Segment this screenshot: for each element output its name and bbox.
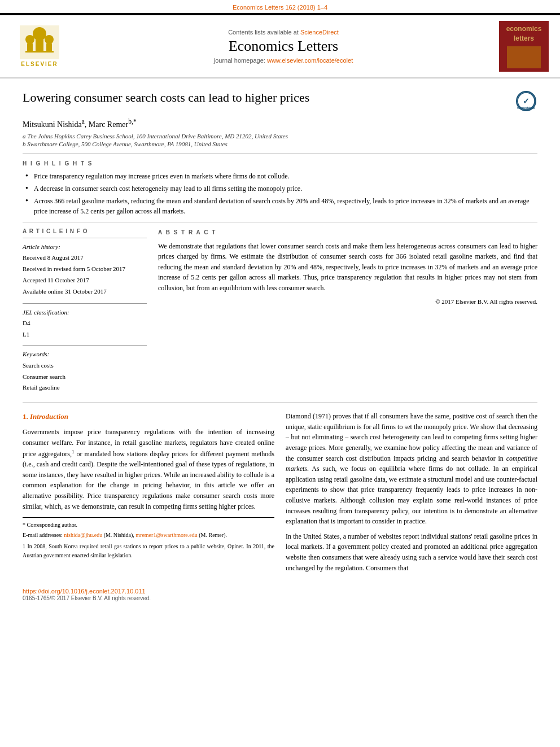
footer-bar: https://doi.org/10.1016/j.econlet.2017.1… [0,583,560,606]
elsevier-logo: ELSEVIER [11,25,68,67]
article-info-column: A R T I C L E I N F O Article history: R… [23,228,147,394]
affiliation-b: b Swarthmore College, 500 College Avenue… [23,141,537,147]
authors-line: Mitsukuni Nishidaa, Marc Remerb,* [23,118,537,129]
revised-date: Received in revised form 5 October 2017 [23,265,125,272]
intro-paragraph-1: Governments impose price transparency re… [23,427,274,512]
section-title: Introduction [30,412,68,421]
abstract-heading: A B S T R A C T [158,228,537,237]
abstract-column: A B S T R A C T We demonstrate that regu… [158,228,537,394]
main-content: Lowering consumer search costs can lead … [0,90,560,578]
section-heading-intro: 1. Introduction [23,411,274,422]
crossmark-badge[interactable]: ✓ CrossMark [515,90,537,112]
badge-image-placeholder [507,46,541,68]
corresponding-author-note: * Corresponding author. [23,521,274,530]
article-title: Lowering consumer search costs can lead … [23,90,509,106]
contents-line: Contents lists available at ScienceDirec… [73,29,493,36]
intro-paragraph-3: In the United States, a number of websit… [286,531,537,573]
keywords-section: Keywords: Search costs Consumer search R… [23,349,147,394]
elsevier-tree-icon [20,25,59,59]
svg-rect-2 [36,40,43,51]
email-remer-link[interactable]: mremer1@swarthmore.edu [135,532,199,538]
issn-line: 0165-1765/© 2017 Elsevier B.V. All right… [23,595,151,601]
journal-center-info: Contents lists available at ScienceDirec… [73,29,493,64]
footnote-ref-1: 1 [72,449,75,455]
keywords-label: Keywords: [23,351,49,357]
svg-point-1 [33,27,46,41]
jel-code-d4: D4 [23,320,30,326]
top-bar: Economics Letters 162 (2018) 1–4 [0,0,560,13]
journal-ref: Economics Letters 162 (2018) 1–4 [233,4,327,11]
body-section: 1. Introduction Governments impose price… [23,411,537,578]
received-date: Received 8 August 2017 [23,254,84,261]
elsevier-brand-name: ELSEVIER [21,61,58,67]
journal-header: ELSEVIER Contents lists available at Sci… [0,14,560,78]
svg-point-4 [45,35,54,44]
copyright-line: © 2017 Elsevier B.V. All rights reserved… [158,297,537,307]
abstract-text: We demonstrate that regulations that low… [158,241,537,294]
history-label: Article history: [23,243,60,250]
homepage-url[interactable]: www.elsevier.com/locate/ecolet [267,57,353,64]
footnote-1-text: 1 In 2008, South Korea required retail g… [23,542,274,560]
jel-code-l1: L1 [23,331,29,338]
keyword-2: Consumer search [23,373,65,380]
highlight-item-3: Across 366 retail gasoline markets, redu… [23,196,537,216]
author-b-sup: b,* [128,118,137,125]
svg-text:✓: ✓ [523,97,530,106]
highlights-heading: H I G H L I G H T S [23,160,537,167]
affiliation-a: a The Johns Hopkins Carey Business Schoo… [23,133,537,139]
jel-classification: JEL classification: D4 L1 [23,307,147,340]
journal-title: Economics Letters [73,38,493,55]
keyword-1: Search costs [23,362,54,369]
highlight-item-1: Price transparency regulation may increa… [23,171,537,181]
highlights-section: H I G H L I G H T S Price transparency r… [23,160,537,216]
article-info-abstract-section: A R T I C L E I N F O Article history: R… [23,228,537,394]
intro-paragraph-2: Diamond (1971) proves that if all consum… [286,411,537,527]
homepage-line: journal homepage: www.elsevier.com/locat… [73,57,493,64]
svg-rect-5 [27,43,33,52]
econ-letters-badge: economics letters [499,21,549,72]
email-line: E-mail addresses: nishida@jhu.edu (M. Ni… [23,531,274,540]
keyword-3: Retail gasoline [23,384,60,391]
svg-rect-7 [25,51,54,53]
author-a-sup: a [82,118,85,125]
crossmark-icon: ✓ CrossMark [516,91,536,111]
article-info-heading: A R T I C L E I N F O [23,228,147,234]
science-direct-link[interactable]: ScienceDirect [300,29,339,36]
article-title-section: Lowering consumer search costs can lead … [23,90,537,112]
body-left-column: 1. Introduction Governments impose price… [23,411,274,578]
highlights-list: Price transparency regulation may increa… [23,171,537,216]
jel-label: JEL classification: [23,309,69,316]
svg-text:CrossMark: CrossMark [517,106,535,110]
footnote-section: * Corresponding author. E-mail addresses… [23,517,274,560]
svg-point-3 [25,35,34,44]
article-history: Article history: Received 8 August 2017 … [23,242,147,298]
section-number: 1. [23,412,28,421]
email-nishida-link[interactable]: nishida@jhu.edu [64,532,103,538]
available-date: Available online 31 October 2017 [23,288,107,295]
body-right-column: Diamond (1971) proves that if all consum… [286,411,537,578]
doi-link[interactable]: https://doi.org/10.1016/j.econlet.2017.1… [23,588,146,595]
highlight-item-2: A decrease in consumer search cost heter… [23,184,537,194]
svg-rect-6 [46,43,52,52]
accepted-date: Accepted 11 October 2017 [23,277,89,283]
